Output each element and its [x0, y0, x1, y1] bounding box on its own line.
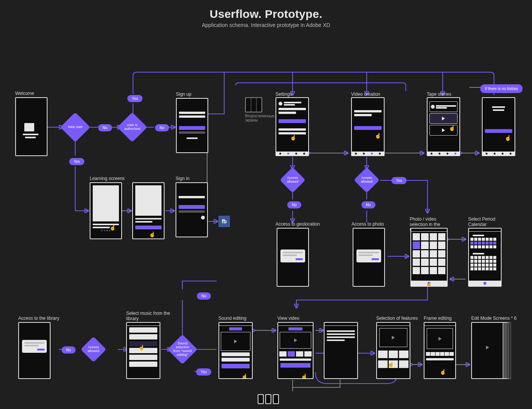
pill-yes-auth: Yes — [127, 95, 142, 102]
label-settings: Settings — [276, 92, 292, 97]
pill-no-access1: No — [287, 201, 301, 208]
screen-signin — [176, 182, 208, 237]
pill-yes-access2: Yes — [391, 177, 407, 184]
label-sound-editing: Sound editing — [218, 316, 246, 321]
label-view-video: View video — [277, 316, 299, 321]
label-learning: Learning screens — [90, 176, 125, 181]
pill-yes-newuser: Yes — [69, 158, 84, 165]
label-signup: Sign up — [176, 92, 192, 97]
screen-gallery — [410, 228, 448, 287]
pill-no-history: If there is no history — [480, 84, 522, 93]
screen-signup — [176, 98, 208, 153]
screen-access-lib — [18, 322, 51, 379]
label-edit-mode: Edit Mode Screens * 6 — [471, 316, 516, 321]
decision-access-1: Access allowed — [280, 167, 306, 193]
screen-edit-mode-stack — [471, 322, 504, 379]
decision-new-user: New user — [60, 112, 90, 142]
decision-access-3: Access allowed — [81, 336, 106, 362]
decision-access-2: Access allowed — [354, 167, 380, 193]
screen-features — [376, 322, 410, 379]
mini-screens — [258, 394, 279, 404]
decision-user-authorized: User is authorized — [117, 112, 147, 142]
label-select-music: Select music from the library — [126, 311, 172, 321]
screen-photo — [353, 228, 385, 287]
screen-sound-editing — [218, 322, 253, 379]
screen-geo — [277, 228, 309, 287]
label-features: Selection of features — [376, 316, 418, 321]
label-geo: Access to geolocation — [276, 221, 320, 227]
label-welcome: Welcome — [15, 91, 34, 96]
screen-learning-1 — [90, 182, 122, 239]
screen-learning-2 — [132, 182, 165, 239]
pill-no-sound: No — [197, 292, 211, 300]
screen-view-video — [277, 322, 314, 379]
label-video-creation: Video creation — [351, 92, 380, 97]
screen-video-creation — [351, 97, 385, 156]
screen-select-music — [126, 322, 160, 379]
label-signin: Sign in — [176, 176, 190, 181]
screen-settings — [276, 97, 309, 156]
pill-yes-sound: Yes — [196, 368, 211, 376]
pill-no-newuser: No — [98, 124, 112, 131]
fb-icon: fb — [218, 216, 230, 227]
screen-tape-stories — [427, 97, 460, 156]
label-tape-stories: Tape stories — [427, 92, 451, 97]
pill-no-lib: No — [62, 346, 76, 354]
screen-calendar — [468, 228, 502, 287]
page-title: Userflow. Prototype. — [0, 8, 532, 21]
page-header: Userflow. Prototype. Application schema.… — [0, 0, 532, 28]
page-subtitle: Application schema. Interactive prototyp… — [0, 22, 532, 28]
label-settings-aside: Второстепенные экраны — [245, 114, 268, 122]
decision-sound-selection: Sound selection from "sound editing" — [167, 334, 197, 364]
label-access-lib: Access to the library — [18, 316, 59, 321]
screen-no-history — [482, 97, 515, 156]
label-photo: Access to photo — [352, 221, 384, 227]
screen-welcome — [15, 97, 48, 156]
pill-no-access2: No — [361, 201, 375, 208]
screen-settings-thumb — [245, 97, 262, 112]
screen-frame-editing — [424, 322, 456, 379]
label-frame-editing: Frame editing — [424, 316, 451, 321]
screen-text-view — [324, 322, 358, 379]
label-calendar: Select Period Calendar — [468, 216, 506, 227]
pill-no-auth: No — [155, 124, 169, 131]
